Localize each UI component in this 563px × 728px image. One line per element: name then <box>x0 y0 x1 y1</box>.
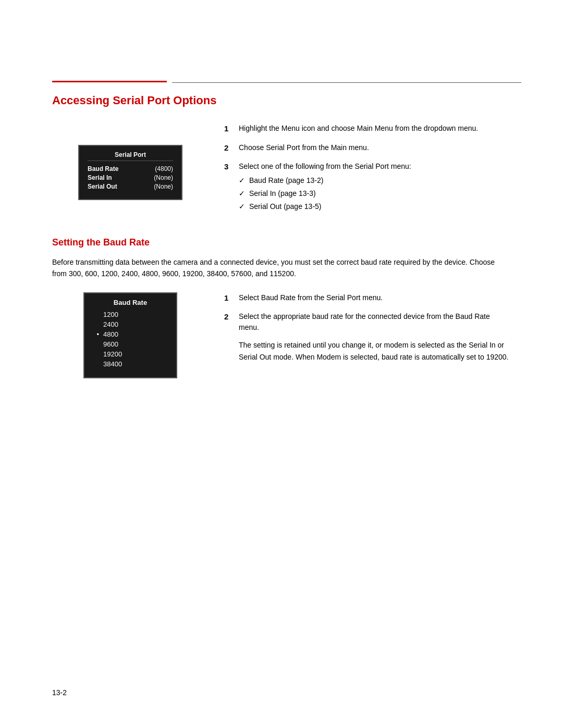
menu-label-baud: Baud Rate <box>88 165 118 172</box>
baud-value-1200: 1200 <box>103 311 118 318</box>
baud-rate-menu-box: Baud Rate 1200 2400 • 4800 <box>83 292 177 378</box>
menu-row-serial-in: Serial In (None) <box>88 174 173 181</box>
menu-value-serial-out: (None) <box>154 183 173 190</box>
baud-step-2-num: 2 <box>224 311 234 363</box>
retention-text: The setting is retained until you change… <box>239 339 511 363</box>
serial-port-steps-col: 1 Highlight the Menu icon and choose Mai… <box>224 123 511 221</box>
serial-port-menu-col: Serial Port Baud Rate (4800) Serial In (… <box>52 123 209 221</box>
baud-rate-menu-col: Baud Rate 1200 2400 • 4800 <box>52 292 209 378</box>
baud-value-9600: 9600 <box>103 340 118 348</box>
step-3-content: Select one of the following from the Ser… <box>239 161 411 214</box>
baud-dot-1200 <box>93 311 99 318</box>
baud-rate-body-text: Before transmitting data between the cam… <box>52 256 511 280</box>
checkmark-3: ✓ <box>239 201 245 212</box>
baud-value-4800: 4800 <box>103 330 118 338</box>
baud-row-9600: 9600 <box>93 340 168 348</box>
sub-bullet-serial-out: ✓ Serial Out (page 13-5) <box>239 201 411 212</box>
page-container: Accessing Serial Port Options Serial Por… <box>0 0 563 728</box>
step-2-num: 2 <box>224 142 234 154</box>
content-area: Accessing Serial Port Options Serial Por… <box>0 0 563 436</box>
top-rule-red <box>52 81 167 82</box>
step-3-text: Select one of the following from the Ser… <box>239 162 411 170</box>
serial-port-menu-title: Serial Port <box>88 151 173 161</box>
baud-value-2400: 2400 <box>103 320 118 328</box>
sub-bullet-baud-text: Baud Rate (page 13-2) <box>249 175 323 186</box>
baud-rate-menu-title: Baud Rate <box>93 299 168 306</box>
baud-value-38400: 38400 <box>103 360 122 368</box>
baud-step-1: 1 Select Baud Rate from the Serial Port … <box>224 292 511 304</box>
baud-row-4800: • 4800 <box>93 330 168 338</box>
menu-label-serial-out: Serial Out <box>88 183 117 190</box>
step-1-num: 1 <box>224 123 234 135</box>
baud-rate-numbered-list: 1 Select Baud Rate from the Serial Port … <box>224 292 511 363</box>
menu-row-serial-out: Serial Out (None) <box>88 183 173 190</box>
step-3: 3 Select one of the following from the S… <box>224 161 511 214</box>
menu-row-baud-rate: Baud Rate (4800) <box>88 165 173 172</box>
serial-port-menu-box: Serial Port Baud Rate (4800) Serial In (… <box>78 145 182 200</box>
baud-rate-steps-col: 1 Select Baud Rate from the Serial Port … <box>224 292 511 378</box>
step-3-num: 3 <box>224 161 234 214</box>
page-number: 13-2 <box>52 688 67 697</box>
baud-rate-section: Baud Rate 1200 2400 • 4800 <box>52 292 511 378</box>
menu-label-serial-in: Serial In <box>88 174 112 181</box>
top-rule-black <box>172 82 521 83</box>
baud-row-2400: 2400 <box>93 320 168 328</box>
baud-row-1200: 1200 <box>93 311 168 318</box>
baud-rate-subsection-title: Setting the Baud Rate <box>52 237 511 248</box>
baud-step-2-text: Select the appropriate baud rate for the… <box>239 312 490 331</box>
baud-row-19200: 19200 <box>93 350 168 358</box>
section-title: Accessing Serial Port Options <box>52 94 511 107</box>
baud-step-1-text: Select Baud Rate from the Serial Port me… <box>239 292 383 304</box>
sub-bullet-list: ✓ Baud Rate (page 13-2) ✓ Serial In (pag… <box>239 175 411 212</box>
checkmark-2: ✓ <box>239 188 245 199</box>
sub-bullet-serial-in-text: Serial In (page 13-3) <box>249 188 316 199</box>
step-1-text: Highlight the Menu icon and choose Main … <box>239 123 478 135</box>
step-2: 2 Choose Serial Port from the Main menu. <box>224 142 511 154</box>
serial-port-numbered-list: 1 Highlight the Menu icon and choose Mai… <box>224 123 511 214</box>
sub-bullet-serial-in: ✓ Serial In (page 13-3) <box>239 188 411 199</box>
baud-step-2-content: Select the appropriate baud rate for the… <box>239 311 511 363</box>
baud-step-2: 2 Select the appropriate baud rate for t… <box>224 311 511 363</box>
menu-value-baud: (4800) <box>155 165 173 172</box>
step-1: 1 Highlight the Menu icon and choose Mai… <box>224 123 511 135</box>
baud-row-38400: 38400 <box>93 360 168 368</box>
baud-step-1-num: 1 <box>224 292 234 304</box>
step-2-text: Choose Serial Port from the Main menu. <box>239 142 369 154</box>
serial-port-section: Serial Port Baud Rate (4800) Serial In (… <box>52 123 511 221</box>
baud-dot-9600 <box>93 340 99 348</box>
baud-value-19200: 19200 <box>103 350 122 358</box>
menu-value-serial-in: (None) <box>154 174 173 181</box>
baud-dot-2400 <box>93 320 99 328</box>
baud-dot-38400 <box>93 360 99 368</box>
checkmark-1: ✓ <box>239 175 245 186</box>
sub-bullet-baud-rate: ✓ Baud Rate (page 13-2) <box>239 175 411 186</box>
sub-bullet-serial-out-text: Serial Out (page 13-5) <box>249 201 322 212</box>
baud-dot-4800: • <box>93 330 99 338</box>
baud-dot-19200 <box>93 350 99 358</box>
